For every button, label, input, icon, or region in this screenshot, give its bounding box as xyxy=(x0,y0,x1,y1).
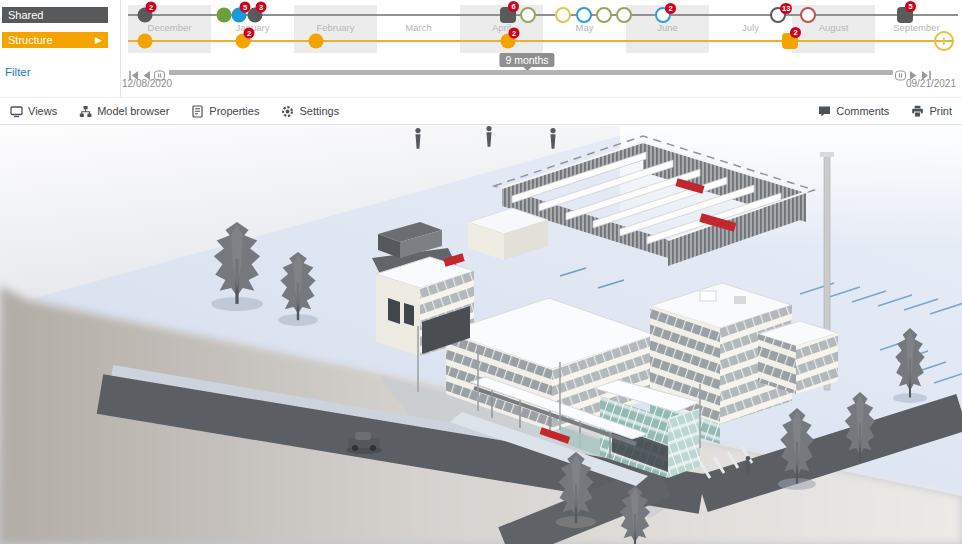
month-label: February xyxy=(294,22,377,33)
range-end-handle[interactable] xyxy=(895,67,906,78)
marker-count-badge: 2 xyxy=(509,28,520,39)
timeline-marker[interactable] xyxy=(217,8,232,23)
timeline-marker[interactable]: 5 xyxy=(897,7,913,23)
marker-count-badge: 3 xyxy=(256,2,267,13)
filter-link[interactable]: Filter xyxy=(5,66,31,78)
timeline-marker[interactable] xyxy=(309,34,324,49)
timeline-panel: Shared Structure ▶ Filter DecemberJanuar… xyxy=(0,0,962,97)
gear-icon xyxy=(281,105,294,118)
month-label: June xyxy=(626,22,709,33)
model-browser-button[interactable]: Model browser xyxy=(79,105,169,118)
timeline-marker[interactable] xyxy=(616,7,632,23)
structure-row-header[interactable]: Structure ▶ xyxy=(2,32,108,48)
duration-tooltip: 9 months xyxy=(499,53,554,67)
building-model-canvas xyxy=(0,126,962,544)
timeline-marker[interactable]: 2 xyxy=(782,33,798,49)
timeline-marker[interactable]: 2 xyxy=(501,34,516,49)
panel-divider xyxy=(120,0,121,97)
comments-button[interactable]: Comments xyxy=(818,105,889,118)
month-label: April xyxy=(460,22,543,33)
add-keyframe-button[interactable]: + xyxy=(934,31,954,51)
month-label: August xyxy=(792,22,875,33)
structure-label: Structure xyxy=(8,34,53,46)
shared-model-header[interactable]: Shared xyxy=(2,7,108,23)
bim-viewer-app: Shared Structure ▶ Filter DecemberJanuar… xyxy=(0,0,962,544)
timeline-marker[interactable]: 3 xyxy=(248,8,263,23)
timeline-marker[interactable]: 6 xyxy=(500,7,516,23)
timeline-marker[interactable] xyxy=(576,7,592,23)
timeline-marker[interactable]: 2 xyxy=(655,7,671,23)
timeline-marker[interactable] xyxy=(555,7,571,23)
structure-timeline-track xyxy=(128,40,952,42)
timeline-marker[interactable]: 2 xyxy=(236,34,251,49)
playback-controls-left xyxy=(128,67,165,78)
model-viewport[interactable] xyxy=(0,126,962,544)
step-back-button[interactable] xyxy=(141,67,152,78)
timeline-marker[interactable] xyxy=(596,7,612,23)
skip-to-end-button[interactable] xyxy=(921,67,932,78)
month-label: December xyxy=(128,22,211,33)
range-end-date: 09/21/2021 xyxy=(906,78,956,89)
timeline-marker[interactable] xyxy=(800,7,816,23)
month-label: May xyxy=(543,22,626,33)
properties-icon xyxy=(191,105,204,118)
timeline-marker[interactable] xyxy=(138,34,153,49)
skip-to-start-button[interactable] xyxy=(128,67,139,78)
shared-label: Shared xyxy=(8,9,43,21)
marker-count-badge: 2 xyxy=(244,28,255,39)
timeline-marker[interactable]: 2 xyxy=(138,8,153,23)
comment-bubble-icon xyxy=(818,105,831,118)
views-icon xyxy=(10,105,23,118)
print-button[interactable]: Print xyxy=(911,105,952,118)
marker-count-badge: 6 xyxy=(508,1,519,12)
playback-controls-right xyxy=(895,67,932,78)
marker-count-badge: 2 xyxy=(665,3,676,14)
timeline-range-slider[interactable] xyxy=(169,70,893,75)
month-label: July xyxy=(709,22,792,33)
views-button[interactable]: Views xyxy=(10,105,57,118)
month-band: March xyxy=(377,5,460,53)
timeline-marker[interactable] xyxy=(520,7,536,23)
east-wing xyxy=(758,321,838,394)
marker-count-badge: 2 xyxy=(146,2,157,13)
month-label: March xyxy=(377,22,460,33)
range-start-handle[interactable] xyxy=(154,67,165,78)
printer-icon xyxy=(911,105,924,118)
range-start-date: 12/08/2020 xyxy=(122,78,172,89)
properties-button[interactable]: Properties xyxy=(191,105,259,118)
expand-arrow-icon: ▶ xyxy=(95,32,102,48)
marker-count-badge: 2 xyxy=(790,27,801,38)
timeline-marker[interactable]: 5 xyxy=(232,8,247,23)
timeline-marker[interactable]: 13 xyxy=(770,7,786,23)
viewer-toolbar: Views Model browser Properties Settings … xyxy=(0,97,962,125)
settings-button[interactable]: Settings xyxy=(281,105,339,118)
month-band: February xyxy=(294,5,377,53)
marker-count-badge: 5 xyxy=(905,1,916,12)
model-browser-icon xyxy=(79,105,92,118)
play-button[interactable] xyxy=(908,67,919,78)
